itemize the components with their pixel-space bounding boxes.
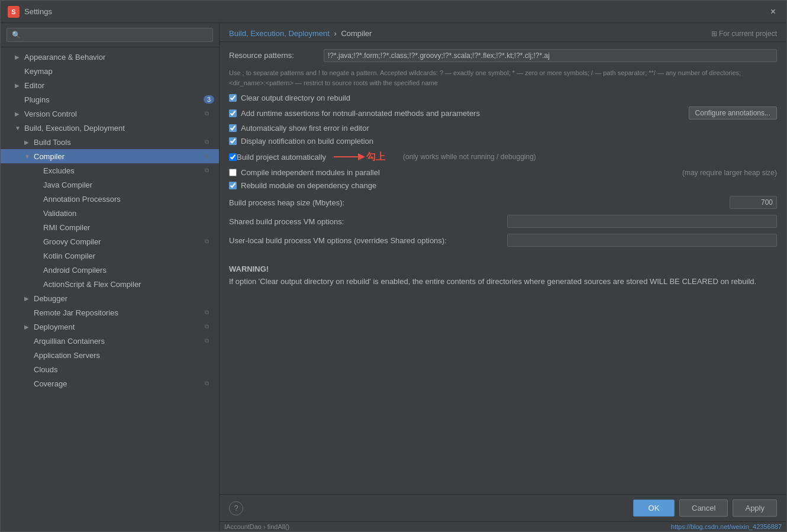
checkbox-build-auto-row: Build project automatically 勾上 (only wor… [229, 150, 777, 164]
ok-button[interactable]: OK [633, 499, 675, 517]
title-bar: S Settings × [1, 1, 786, 23]
expand-arrow-icon: ▼ [15, 125, 24, 131]
sidebar-item-version-control[interactable]: ▶ Version Control ⧉ [1, 107, 219, 121]
annotation-text: 勾上 [366, 151, 385, 163]
sidebar-item-validation[interactable]: Validation [1, 206, 219, 220]
checkbox-rebuild-row: Rebuild module on dependency change [229, 181, 777, 190]
sidebar-item-build-exec-deploy[interactable]: ▼ Build, Execution, Deployment [1, 121, 219, 135]
sidebar-item-actionscript-flex[interactable]: ActionScript & Flex Compiler [1, 277, 219, 291]
resource-hint: Use ; to separate patterns and ! to nega… [229, 68, 777, 88]
window-title: Settings [24, 7, 767, 16]
checkbox-compile-parallel-row: Compile independent modules in parallel … [229, 168, 777, 177]
shared-vm-input[interactable] [507, 215, 777, 228]
plugins-badge: 3 [204, 95, 214, 104]
breadcrumb-current: Compiler [341, 29, 372, 38]
copy-icon: ⧉ [205, 323, 214, 330]
sidebar-item-coverage[interactable]: Coverage ⧉ [1, 376, 219, 391]
settings-window: S Settings × ▶ Appearance & Behavior Key… [0, 0, 787, 532]
panel-body: Resource patterns: Use ; to separate pat… [220, 42, 786, 494]
rebuild-dependency-checkbox[interactable] [229, 182, 237, 189]
sidebar-item-arquillian[interactable]: Arquillian Containers ⧉ [1, 334, 219, 348]
sidebar-item-debugger[interactable]: ▶ Debugger [1, 291, 219, 305]
shared-vm-row: Shared build process VM options: [229, 215, 777, 228]
sidebar-item-deployment[interactable]: ▶ Deployment ⧉ [1, 320, 219, 334]
user-vm-input[interactable] [507, 234, 777, 247]
sidebar-item-remote-jar[interactable]: Remote Jar Repositories ⧉ [1, 305, 219, 320]
show-first-error-checkbox[interactable] [229, 124, 237, 132]
close-button[interactable]: × [767, 5, 779, 18]
sidebar-item-build-tools[interactable]: ▶ Build Tools ⧉ [1, 135, 219, 149]
build-auto-checkbox[interactable] [229, 153, 237, 161]
heap-input[interactable] [730, 196, 777, 209]
main-content: ▶ Appearance & Behavior Keymap ▶ Editor … [1, 23, 786, 531]
apply-button[interactable]: Apply [733, 499, 777, 517]
cancel-button[interactable]: Cancel [679, 499, 728, 517]
resource-input[interactable] [324, 49, 777, 62]
for-project-label: ⊞ For current project [711, 30, 777, 38]
compile-parallel-checkbox[interactable] [229, 169, 237, 176]
sidebar-item-groovy-compiler[interactable]: Groovy Compiler ⧉ [1, 234, 219, 249]
copy-icon: ⧉ [205, 380, 214, 387]
breadcrumb: Build, Execution, Deployment › Compiler [229, 29, 711, 38]
expand-arrow-icon: ▶ [15, 111, 24, 117]
search-input[interactable] [7, 28, 213, 42]
breadcrumb-separator: › [334, 29, 336, 38]
sidebar: ▶ Appearance & Behavior Keymap ▶ Editor … [1, 23, 220, 531]
sidebar-item-clouds[interactable]: Clouds [1, 362, 219, 376]
sidebar-item-rmi-compiler[interactable]: RMI Compiler [1, 220, 219, 234]
warning-text: If option 'Clear output directory on reb… [229, 276, 777, 288]
expand-arrow-icon: ▼ [24, 153, 34, 160]
compile-parallel-note: (may require larger heap size) [682, 169, 777, 177]
clear-output-label: Clear output directory on rebuild [241, 93, 777, 102]
checkbox-notification-row: Display notification on build completion [229, 137, 777, 146]
help-button[interactable]: ? [229, 501, 243, 515]
sidebar-item-android-compilers[interactable]: Android Compilers [1, 263, 219, 277]
breadcrumb-parent[interactable]: Build, Execution, Deployment [229, 29, 330, 38]
add-assertions-checkbox[interactable] [229, 109, 237, 117]
search-box [1, 23, 219, 47]
display-notification-checkbox[interactable] [229, 137, 237, 145]
status-bar: IAccountDao › findAll() https://blog.csd… [220, 521, 786, 531]
app-icon: S [8, 6, 20, 18]
build-auto-note: (only works while not running / debuggin… [403, 153, 536, 161]
sidebar-item-kotlin-compiler[interactable]: Kotlin Compiler [1, 249, 219, 263]
sidebar-item-keymap[interactable]: Keymap [1, 64, 219, 78]
shared-vm-label: Shared build process VM options: [229, 217, 507, 226]
configure-annotations-button[interactable]: Configure annotations... [689, 107, 777, 120]
expand-arrow-icon: ▶ [24, 139, 34, 146]
compile-parallel-label: Compile independent modules in parallel [241, 168, 676, 177]
copy-icon: ⧉ [205, 153, 214, 160]
checkbox-assertions-row: Add runtime assertions for notnull-annot… [229, 107, 777, 120]
right-panel: Build, Execution, Deployment › Compiler … [220, 23, 786, 531]
resource-patterns-row: Resource patterns: [229, 49, 777, 62]
build-auto-label: Build project automatically [237, 153, 326, 162]
copy-icon: ⧉ [205, 138, 214, 146]
red-arrow-icon [331, 150, 366, 164]
bottom-bar: ? OK Cancel Apply [220, 494, 786, 521]
clear-output-checkbox[interactable] [229, 94, 237, 102]
checkbox-clear-output-row: Clear output directory on rebuild [229, 93, 777, 102]
sidebar-item-appearance[interactable]: ▶ Appearance & Behavior [1, 50, 219, 64]
copy-icon: ⧉ [205, 238, 214, 245]
user-vm-row: User-local build process VM options (ove… [229, 234, 777, 247]
sidebar-item-excludes[interactable]: Excludes ⧉ [1, 163, 219, 178]
sidebar-item-editor[interactable]: ▶ Editor [1, 78, 219, 92]
sidebar-item-annotation-processors[interactable]: Annotation Processors [1, 192, 219, 206]
resource-label: Resource patterns: [229, 49, 324, 60]
sidebar-item-compiler[interactable]: ▼ Compiler ⧉ [1, 149, 219, 163]
sidebar-item-java-compiler[interactable]: Java Compiler [1, 178, 219, 192]
status-left: IAccountDao › findAll() [224, 523, 289, 530]
copy-icon: ⧉ [205, 110, 214, 117]
expand-arrow-icon: ▶ [15, 54, 24, 60]
sidebar-tree: ▶ Appearance & Behavior Keymap ▶ Editor … [1, 47, 219, 531]
heap-label: Build process heap size (Mbytes): [229, 198, 730, 207]
status-right: https://blog.csdn.net/weixin_42356887 [671, 523, 782, 530]
expand-arrow-icon: ▶ [24, 295, 34, 302]
sidebar-item-app-servers[interactable]: Application Servers [1, 348, 219, 362]
sidebar-item-plugins[interactable]: Plugins 3 [1, 92, 219, 107]
warning-title: WARNING! [229, 265, 777, 273]
checkbox-show-error-row: Automatically show first error in editor [229, 124, 777, 133]
show-first-error-label: Automatically show first error in editor [241, 124, 777, 133]
copy-icon: ⧉ [205, 309, 214, 316]
warning-box: WARNING! If option 'Clear output directo… [229, 259, 777, 294]
